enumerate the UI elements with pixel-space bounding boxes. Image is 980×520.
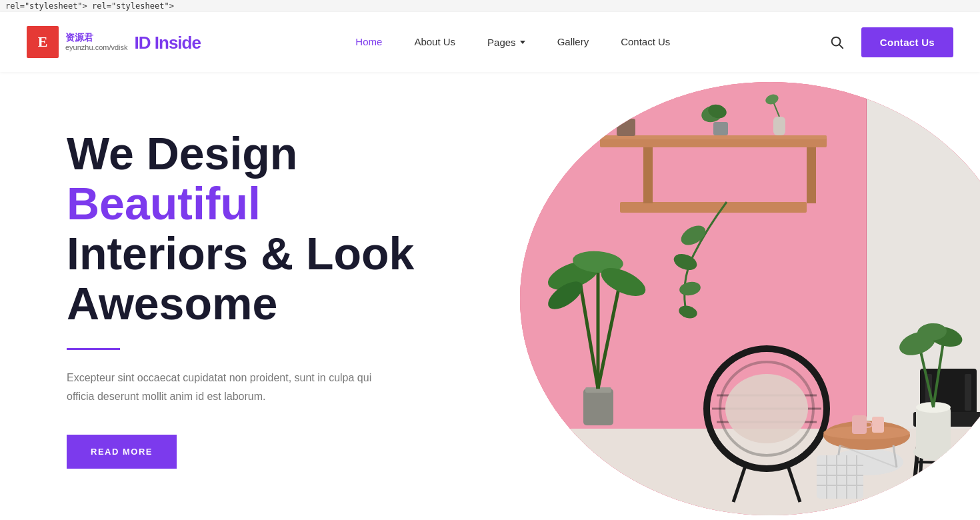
hero-description: Excepteur sint occaecat cupidatat non pr… [67,369,387,405]
svg-rect-10 [643,147,653,203]
search-icon [829,35,844,49]
svg-line-67 [915,462,980,463]
brand-tagline: ID Inside [135,33,201,53]
search-button[interactable] [825,31,848,53]
brand-text: 资源君 eyunzhu.com/vdisk [65,32,128,52]
svg-rect-50 [872,417,884,433]
nav-links: Home About Us Pages Gallery Contact Us [355,36,670,48]
svg-rect-11 [807,147,816,203]
brand-sub: eyunzhu.com/vdisk [65,43,128,52]
svg-rect-69 [916,407,951,453]
hero-image-area [520,82,980,515]
brand-logo-link[interactable]: E 资源君 eyunzhu.com/vdisk ID Inside [27,26,201,58]
room-svg [520,82,980,515]
hero-title-highlight: Beautiful [67,178,261,229]
debug-bar: rel="stylesheet"> rel="stylesheet"> [0,0,980,12]
brand-name: 资源君 [65,32,128,43]
room-scene [520,82,980,515]
svg-rect-26 [583,389,613,425]
svg-rect-8 [600,135,827,139]
navbar-right: Contact Us [825,27,953,57]
svg-rect-6 [520,429,980,515]
hero-title-part1: We Design [67,128,297,179]
contact-us-button[interactable]: Contact Us [861,27,953,57]
nav-pages-item[interactable]: Pages [487,37,525,48]
hero-title: We Design Beautiful Interiors & Look Awe… [67,129,486,328]
nav-about[interactable]: About Us [414,36,455,47]
hero-section: We Design Beautiful Interiors & Look Awe… [0,72,980,520]
nav-gallery[interactable]: Gallery [557,36,589,47]
svg-rect-61 [965,374,971,411]
read-more-button[interactable]: READ MORE [67,435,177,469]
svg-line-1 [839,45,843,48]
navbar: E 资源君 eyunzhu.com/vdisk ID Inside Home A… [0,12,980,72]
hero-divider [67,348,120,350]
pages-dropdown-chevron [520,41,525,44]
svg-rect-19 [773,117,785,135]
hero-title-part2: Interiors & Look Awesome [67,228,414,329]
nav-home[interactable]: Home [355,36,382,47]
svg-rect-49 [852,415,867,434]
brand-logo-icon: E [27,26,59,58]
hero-content: We Design Beautiful Interiors & Look Awe… [0,89,539,509]
svg-point-40 [725,374,808,443]
svg-rect-16 [713,122,728,135]
nav-pages[interactable]: Pages [487,37,516,48]
svg-rect-9 [620,202,807,213]
nav-contact[interactable]: Contact Us [621,36,670,47]
